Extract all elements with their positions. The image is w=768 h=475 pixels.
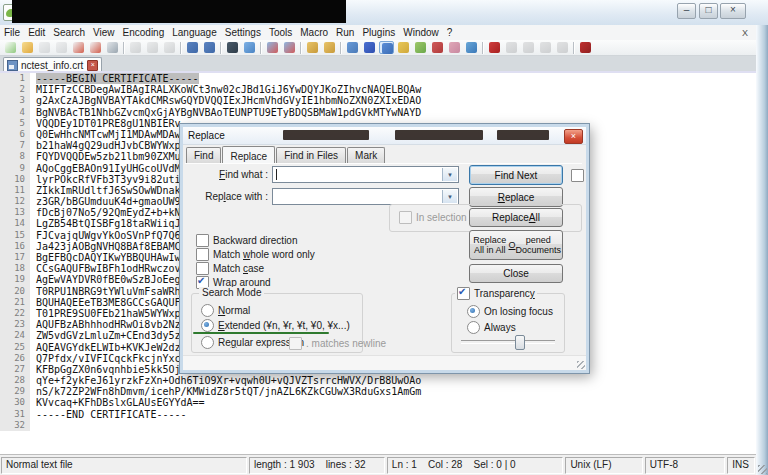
line-text: CCsGAQUFBwIBFh1odHRwczov [30, 263, 181, 274]
open-folder-icon[interactable] [20, 41, 35, 54]
redo-icon[interactable] [202, 41, 217, 54]
find-replace-icon[interactable] [242, 41, 257, 54]
menu-view[interactable]: View [89, 27, 119, 38]
line-number: 6 [0, 129, 30, 140]
maximize-button[interactable]: □ [699, 3, 718, 19]
match-case-checkbox[interactable]: Match case [196, 262, 264, 275]
dialog-tab-find-in-files[interactable]: Find in Files [276, 147, 346, 163]
zoom-in-icon[interactable] [265, 41, 280, 54]
copy-icon[interactable] [145, 41, 160, 54]
close-button[interactable]: Close [469, 264, 563, 283]
doc-map-icon[interactable] [396, 41, 411, 54]
menu-tools[interactable]: Tools [265, 27, 296, 38]
menu-plugins[interactable]: Plugins [358, 27, 399, 38]
always-label: Always [484, 322, 516, 333]
sync-horizontal-scroll-icon[interactable] [322, 41, 337, 54]
macro-save-icon[interactable] [555, 41, 570, 54]
new-file-icon[interactable] [3, 41, 18, 54]
menu-encoding[interactable]: Encoding [119, 27, 169, 38]
line-text: Q7Pfdx/vIVFICqckFkcjnYxc [30, 353, 181, 364]
menu-macro[interactable]: Macro [296, 27, 332, 38]
dialog-title-bar[interactable]: Replace × [183, 127, 586, 145]
close-document-icon[interactable] [71, 41, 86, 54]
backward-direction-checkbox[interactable]: Backward direction [196, 234, 297, 247]
checkbox-box [289, 337, 302, 350]
editor-line: 2MIIFTzCCBDegAwIBAgIRALXKoWCt3nw02cJBd1G… [0, 84, 756, 95]
find-glyph [227, 42, 238, 53]
find-what-input[interactable]: ▼ [272, 166, 459, 183]
find-next-side-checkbox[interactable] [571, 169, 584, 182]
dialog-tab-replace[interactable]: Replace [222, 146, 275, 164]
show-indent-guide-icon[interactable] [379, 41, 394, 54]
match-whole-word-checkbox[interactable]: Match whole word only [196, 248, 315, 261]
close-window-button[interactable]: × [720, 3, 746, 19]
radio-circle [201, 304, 214, 317]
show-all-characters-icon[interactable] [362, 41, 377, 54]
function-list-icon[interactable] [413, 41, 428, 54]
transparency-checkbox[interactable]: Transparency [455, 287, 537, 300]
doc-map-glyph [398, 42, 409, 53]
menu-settings[interactable]: Settings [221, 27, 265, 38]
show-indent-guide-glyph [382, 43, 393, 54]
spell-check-abc-icon[interactable] [578, 41, 593, 54]
sync-vertical-scroll-icon[interactable] [305, 41, 320, 54]
always-radio[interactable]: Always [467, 321, 516, 334]
zoom-out-icon[interactable] [282, 41, 297, 54]
find-icon[interactable] [225, 41, 240, 54]
save-icon[interactable] [37, 41, 52, 54]
in-selection-checkbox[interactable]: In selection [399, 211, 467, 224]
dialog-resize-grip[interactable] [577, 361, 585, 369]
macro-record-icon[interactable] [487, 41, 502, 54]
dialog-tab-mark[interactable]: Mark [347, 147, 385, 163]
zoom-out-glyph [284, 42, 295, 53]
document-monitor-eye-icon[interactable] [464, 41, 479, 54]
replace-all-opened-button[interactable]: Replace All in All Opened Documents [469, 230, 563, 260]
search-mode-normal-radio[interactable]: Normal [201, 304, 250, 317]
title-bar[interactable]: – □ × [0, 0, 768, 26]
word-wrap-icon[interactable] [345, 41, 360, 54]
menu-window[interactable]: Window [399, 27, 443, 38]
redaction-mark [497, 130, 549, 140]
tab-close-icon[interactable]: × [87, 60, 98, 71]
save-all-icon[interactable] [54, 41, 69, 54]
chevron-down-icon[interactable]: ▼ [442, 190, 457, 203]
launch-in-browser-icon[interactable] [430, 41, 445, 54]
paste-icon[interactable] [162, 41, 177, 54]
line-text: qYe+f2ykFeJ61yrzkFzXn+Odh6TiO9Xr+vqwh0U+… [30, 375, 421, 386]
dialog-close-button[interactable]: × [564, 129, 583, 144]
menu-close-doc-button[interactable]: X [734, 28, 756, 38]
line-text: FJCvajqUWgvYkOoSVnPfQ7Q6 [30, 230, 181, 241]
file-tab[interactable]: nctest_info.crt × [3, 57, 102, 72]
macro-run-multiple-icon[interactable] [538, 41, 553, 54]
replace-with-input[interactable]: ▼ [272, 188, 459, 205]
window-resize-grip[interactable] [758, 465, 767, 474]
open-folder-glyph [22, 42, 33, 53]
macro-playback-icon[interactable] [521, 41, 536, 54]
dialog-tab-find[interactable]: Find [186, 147, 221, 163]
menu-language[interactable]: Language [168, 27, 221, 38]
slider-thumb[interactable] [515, 335, 525, 350]
menu-run[interactable]: Run [332, 27, 358, 38]
print-icon[interactable] [105, 41, 120, 54]
document-monitor-eye-glyph [466, 42, 477, 53]
replace-all-button[interactable]: Replace All [469, 208, 563, 227]
menu-help[interactable]: ? [443, 27, 457, 38]
minimize-button[interactable]: – [677, 3, 696, 19]
on-losing-focus-radio[interactable]: On losing focus [467, 305, 553, 318]
line-number: 26 [0, 353, 30, 364]
cut-icon[interactable] [128, 41, 143, 54]
close-all-documents-icon[interactable] [88, 41, 103, 54]
chevron-down-icon[interactable]: ▼ [442, 168, 457, 181]
folder-as-workspace-icon[interactable] [447, 41, 462, 54]
matches-newline-checkbox[interactable]: . matches newline [289, 337, 386, 350]
menubar-items: FileEditSearchViewEncodingLanguageSettin… [0, 27, 456, 38]
macro-run-multiple-glyph [540, 42, 551, 53]
transparency-slider[interactable] [461, 340, 555, 344]
macro-stop-icon[interactable] [504, 41, 519, 54]
menu-edit[interactable]: Edit [24, 27, 49, 38]
search-mode-extended-radio[interactable]: Extended (¥n, ¥r, ¥t, ¥0, ¥x...) [201, 319, 350, 332]
menu-search[interactable]: Search [49, 27, 89, 38]
find-next-button[interactable]: Find Next [469, 165, 563, 185]
menu-file[interactable]: File [0, 27, 24, 38]
undo-icon[interactable] [185, 41, 200, 54]
